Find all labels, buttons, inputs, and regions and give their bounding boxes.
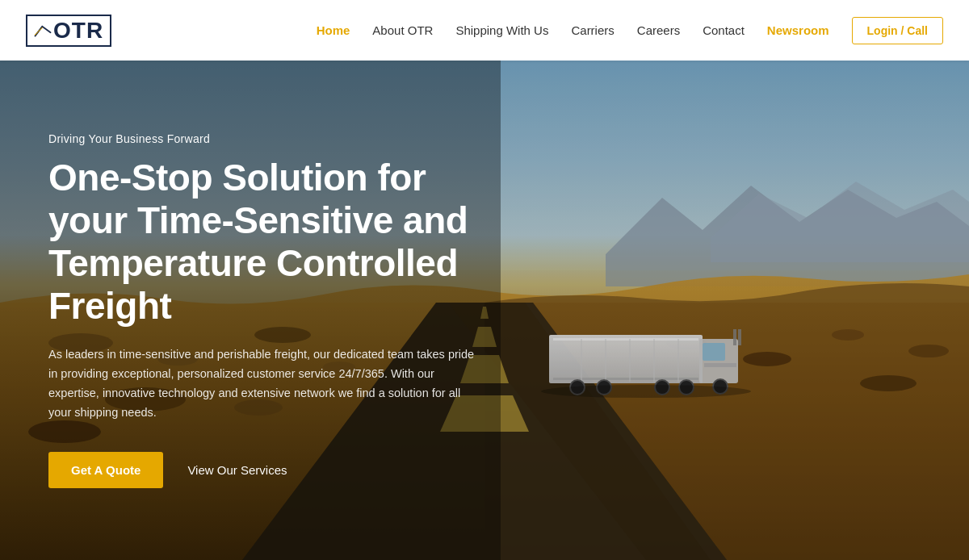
main-nav: Home About OTR Shipping With Us Carriers… [317, 17, 943, 44]
login-call-button[interactable]: Login / Call [852, 17, 943, 44]
nav-item-careers[interactable]: Careers [637, 23, 680, 37]
nav-item-about[interactable]: About OTR [372, 23, 433, 37]
site-header: OTR Home About OTR Shipping With Us Carr… [0, 0, 969, 61]
hero-actions: Get A Quote View Our Services [48, 452, 501, 488]
nav-item-home[interactable]: Home [317, 23, 350, 37]
view-services-button[interactable]: View Our Services [187, 463, 287, 477]
get-quote-button[interactable]: Get A Quote [48, 452, 163, 488]
logo[interactable]: OTR [26, 15, 111, 47]
nav-item-shipping[interactable]: Shipping With Us [455, 23, 548, 37]
hero-section: Driving Your Business Forward One-Stop S… [0, 61, 969, 560]
hero-content: Driving Your Business Forward One-Stop S… [0, 61, 549, 560]
nav-item-carriers[interactable]: Carriers [571, 23, 614, 37]
hero-description: As leaders in time-sensitive and perisha… [48, 345, 484, 423]
hero-title: One-Stop Solution for your Time-Sensitiv… [48, 157, 501, 328]
hero-tagline: Driving Your Business Forward [48, 132, 501, 145]
nav-item-contact[interactable]: Contact [703, 23, 745, 37]
logo-road-icon [34, 22, 52, 40]
nav-item-newsroom[interactable]: Newsroom [767, 23, 829, 37]
logo-text: OTR [53, 19, 103, 42]
svg-rect-43 [501, 61, 969, 560]
